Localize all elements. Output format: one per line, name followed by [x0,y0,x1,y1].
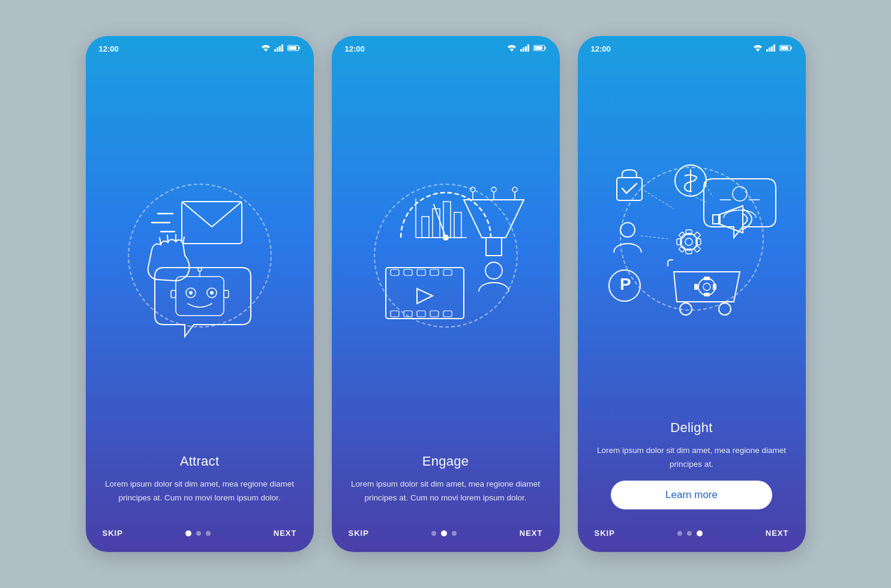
svg-rect-92 [713,284,716,290]
status-icons-attract [261,44,301,53]
svg-text:P: P [620,275,631,293]
svg-rect-57 [430,311,439,317]
svg-rect-66 [781,46,788,50]
illustration-area-engage [332,57,560,454]
svg-rect-51 [417,269,425,275]
svg-rect-4 [281,44,283,52]
svg-point-40 [491,187,496,192]
svg-marker-59 [417,289,433,304]
status-time-attract: 12:00 [99,44,119,53]
svg-point-38 [443,235,449,241]
status-icons-delight [753,44,793,53]
svg-rect-46 [486,238,502,256]
text-area-engage: Engage Lorem ipsum dolor sit dim amet, m… [332,454,560,520]
svg-point-41 [512,187,517,192]
svg-point-93 [680,303,692,315]
dot-1 [185,530,191,536]
bottom-nav-engage: SKIP NEXT [332,520,560,552]
svg-point-39 [470,187,475,192]
svg-rect-67 [617,178,642,200]
svg-point-88 [703,283,710,290]
svg-rect-91 [694,284,698,290]
wifi-icon [261,44,271,53]
svg-rect-81 [694,245,700,252]
svg-point-18 [189,291,193,295]
svg-marker-45 [464,200,524,238]
bottom-nav-attract: SKIP NEXT [86,520,314,552]
dot-1c [677,531,682,536]
dot-3 [206,531,211,536]
svg-rect-49 [391,269,399,275]
phone-card-delight: 12:00 [578,36,806,552]
engage-next[interactable]: NEXT [520,529,543,538]
svg-rect-52 [430,269,439,275]
text-area-delight: Delight Lorem ipsum dolor sit dim amet, … [578,420,806,520]
attract-body: Lorem ipsum dolor sit dim amet, mea regi… [105,478,295,505]
svg-rect-61 [766,49,768,52]
svg-line-14 [183,237,184,244]
dot-2c [687,531,692,536]
svg-rect-90 [704,293,710,296]
battery-icon [287,44,301,53]
svg-point-47 [485,262,502,279]
attract-next[interactable]: NEXT [274,529,297,538]
delight-body: Lorem ipsum dolor sit dim amet, mea regi… [597,444,787,471]
svg-rect-50 [404,269,412,275]
svg-point-70 [620,223,635,237]
svg-rect-6 [289,46,296,50]
engage-body: Lorem ipsum dolor sit dim amet, mea regi… [351,478,541,505]
phone-card-attract: 12:00 [86,36,314,552]
svg-rect-31 [422,217,429,238]
illustration-area-attract [86,57,314,454]
svg-rect-3 [279,46,281,52]
wifi-icon-2 [507,44,517,53]
svg-line-12 [167,235,168,242]
engage-dots [431,530,457,536]
svg-rect-53 [443,269,452,275]
svg-point-19 [210,291,214,295]
signal-icon-3 [766,44,776,53]
attract-illustration [110,172,290,340]
attract-skip[interactable]: SKIP [103,529,123,538]
delight-dots [677,530,703,536]
svg-rect-55 [404,311,412,317]
engage-skip[interactable]: SKIP [349,529,369,538]
svg-rect-30 [535,46,542,50]
svg-rect-26 [523,47,524,52]
status-bar-delight: 12:00 [578,36,806,57]
svg-line-97 [641,236,668,239]
svg-rect-54 [391,311,399,317]
attract-dots [185,530,211,536]
delight-illustration: P [602,155,782,323]
svg-rect-32 [433,209,440,238]
svg-rect-58 [443,311,452,317]
battery-icon-3 [779,44,793,53]
status-icons-engage [507,44,547,53]
engage-illustration [356,172,536,340]
phone-card-engage: 12:00 [332,36,560,552]
learn-more-button[interactable]: Learn more [611,481,772,509]
engage-title: Engage [351,454,541,469]
wifi-icon-3 [753,44,763,53]
svg-point-73 [685,238,692,245]
bottom-nav-delight: SKIP NEXT [578,520,806,552]
delight-skip[interactable]: SKIP [595,529,615,538]
svg-point-87 [698,278,715,295]
svg-rect-25 [520,49,522,52]
svg-rect-33 [443,202,451,238]
signal-icon-2 [520,44,530,53]
svg-rect-22 [171,290,176,298]
svg-rect-1 [274,49,276,52]
svg-rect-28 [527,44,529,52]
text-area-attract: Attract Lorem ipsum dolor sit dim amet, … [86,454,314,520]
svg-line-96 [704,182,713,197]
status-time-delight: 12:00 [591,44,611,53]
status-bar-attract: 12:00 [86,36,314,57]
delight-next[interactable]: NEXT [766,529,789,538]
illustration-area-delight: P [578,57,806,420]
svg-rect-23 [224,290,229,298]
dot-1b [431,531,436,536]
svg-rect-34 [454,212,461,238]
svg-point-94 [719,303,731,315]
svg-point-82 [733,187,747,201]
